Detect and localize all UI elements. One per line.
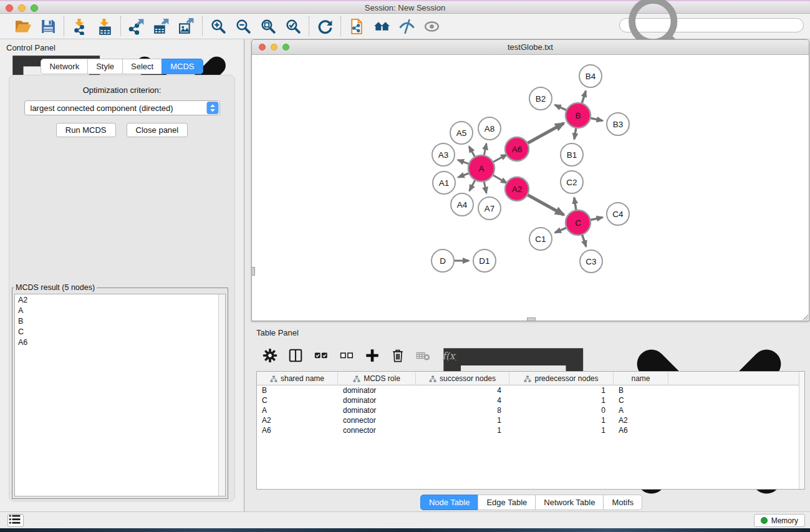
export-image-button[interactable] — [177, 17, 196, 36]
graph-node-D1[interactable]: D1 — [473, 249, 496, 272]
export-image-icon — [178, 18, 195, 35]
tab-network[interactable]: Network — [41, 59, 88, 74]
table-cell: A6 — [614, 425, 668, 435]
show-details-icon — [423, 18, 440, 35]
table-cell: 4 — [416, 395, 509, 405]
run-mcds-button[interactable]: Run MCDS — [56, 123, 116, 137]
show-details-button[interactable] — [422, 17, 441, 36]
dropdown-stepper-icon — [206, 102, 219, 114]
table-row[interactable]: Bdominator41B — [257, 385, 804, 395]
column-header-predecessor-nodes[interactable]: predecessor nodes — [509, 372, 614, 385]
export-network-button[interactable] — [127, 17, 146, 36]
frame-resize-handle-bottom[interactable] — [527, 317, 536, 321]
select-all-button[interactable] — [314, 348, 329, 363]
toggle-columns-icon — [288, 348, 303, 363]
graph-node-A6[interactable]: A6 — [505, 137, 529, 161]
graph-node-A4[interactable]: A4 — [451, 193, 473, 216]
graph-node-B[interactable]: B — [566, 103, 591, 128]
criterion-dropdown[interactable]: largest connected component (directed) — [24, 100, 220, 115]
graph-node-B2[interactable]: B2 — [529, 87, 552, 110]
deselect-all-button[interactable] — [339, 348, 354, 363]
table-tab-node-table[interactable]: Node Table — [420, 495, 479, 510]
graph-node-A[interactable]: A — [468, 155, 494, 181]
mcds-result-groupbox: MCDS result (5 nodes) A2ABCA6 — [12, 283, 228, 499]
tab-style[interactable]: Style — [87, 59, 123, 74]
graph-node-C3[interactable]: C3 — [580, 250, 602, 273]
table-row[interactable]: Cdominator41C — [257, 395, 804, 405]
zoom-fit-button[interactable] — [259, 17, 277, 36]
table-row[interactable]: A6connector11A6 — [257, 425, 804, 435]
mcds-result-list[interactable]: A2ABCA6 — [14, 294, 226, 496]
table-cell: 1 — [416, 415, 509, 425]
graph-node-B4[interactable]: B4 — [579, 65, 602, 87]
mcds-result-scrollbar[interactable] — [218, 294, 225, 496]
graph-node-C[interactable]: C — [566, 210, 591, 235]
attribute-type-icon — [524, 375, 531, 382]
graph-node-A2[interactable]: A2 — [505, 177, 529, 201]
tab-mcds[interactable]: MCDS — [162, 59, 203, 74]
graph-node-C2[interactable]: C2 — [561, 171, 583, 193]
table-scrollbar[interactable] — [799, 372, 804, 489]
graph-node-A7[interactable]: A7 — [478, 197, 501, 220]
graph-node-A5[interactable]: A5 — [450, 122, 473, 144]
task-history-button[interactable] — [7, 514, 24, 527]
mcds-result-item[interactable]: A6 — [15, 337, 225, 347]
graph-node-C1[interactable]: C1 — [529, 228, 552, 250]
table-cell: B — [614, 385, 668, 395]
table-cell: A — [614, 405, 668, 415]
refresh-button[interactable] — [316, 17, 334, 36]
table-row[interactable]: A2connector11A2 — [257, 415, 804, 425]
column-header-successor-nodes[interactable]: successor nodes — [416, 372, 509, 385]
svg-text:D: D — [440, 256, 446, 266]
close-panel-button[interactable]: Close panel — [127, 123, 188, 137]
zoom-in-button[interactable] — [209, 17, 228, 36]
network-canvas[interactable]: AA6A2BCA5A8A3A1A4A7B2B4B3B1C2C4C1C3DD1 — [253, 56, 808, 320]
frame-resize-handle-left[interactable] — [251, 267, 255, 276]
graph-node-B3[interactable]: B3 — [607, 113, 629, 135]
mcds-result-item[interactable]: B — [15, 316, 225, 326]
mcds-result-item[interactable]: A — [15, 305, 225, 316]
import-table-button[interactable] — [95, 17, 114, 36]
delete-table-button[interactable] — [416, 348, 431, 363]
open-network-file-button[interactable] — [347, 17, 366, 36]
home-button[interactable] — [372, 17, 391, 36]
tab-select[interactable]: Select — [122, 59, 162, 74]
graph-node-A1[interactable]: A1 — [433, 172, 455, 194]
column-header-shared-name[interactable]: shared name — [257, 372, 338, 385]
svg-text:C3: C3 — [586, 257, 596, 266]
column-header-MCDS-role[interactable]: MCDS role — [338, 372, 416, 385]
network-window-titlebar[interactable]: testGlobe.txt — [252, 40, 809, 55]
mcds-result-item[interactable]: C — [15, 326, 225, 337]
open-session-button[interactable] — [14, 17, 32, 36]
graph-node-C4[interactable]: C4 — [607, 203, 629, 225]
frame-resize-corner[interactable] — [801, 313, 809, 321]
svg-text:A7: A7 — [485, 204, 495, 213]
delete-row-button[interactable] — [390, 348, 405, 363]
graph-node-A8[interactable]: A8 — [478, 117, 501, 140]
search-box[interactable] — [619, 18, 804, 32]
table-tab-motifs[interactable]: Motifs — [603, 495, 642, 510]
import-network-button[interactable] — [70, 17, 89, 36]
toggle-columns-button[interactable] — [288, 348, 303, 363]
table-row[interactable]: Adominator80A — [257, 405, 804, 415]
graph-node-B1[interactable]: B1 — [561, 143, 583, 166]
save-session-button[interactable] — [39, 17, 57, 36]
table-tab-network-table[interactable]: Network Table — [535, 495, 604, 510]
add-row-button[interactable] — [365, 348, 380, 363]
settings-gear-button[interactable] — [263, 348, 277, 363]
search-input[interactable] — [691, 21, 803, 30]
zoom-selected-button[interactable] — [284, 17, 302, 36]
function-builder-button[interactable]: f(x) — [441, 348, 456, 363]
memory-button[interactable]: Memory — [754, 514, 805, 527]
graph-node-D[interactable]: D — [432, 249, 454, 272]
graph-node-A3[interactable]: A3 — [432, 143, 455, 166]
desktop-area: testGlobe.txt AA6A2BCA5A8A3A1A4A7B2B4B3B… — [245, 39, 810, 511]
svg-text:C2: C2 — [566, 178, 577, 187]
hide-details-button[interactable] — [397, 17, 416, 36]
mcds-result-item[interactable]: A2 — [15, 294, 225, 305]
table-tab-edge-table[interactable]: Edge Table — [478, 495, 536, 510]
column-header-name[interactable]: name — [614, 372, 668, 385]
zoom-out-button[interactable] — [234, 17, 253, 36]
table-cell: dominator — [338, 405, 416, 415]
export-table-button[interactable] — [152, 17, 171, 36]
